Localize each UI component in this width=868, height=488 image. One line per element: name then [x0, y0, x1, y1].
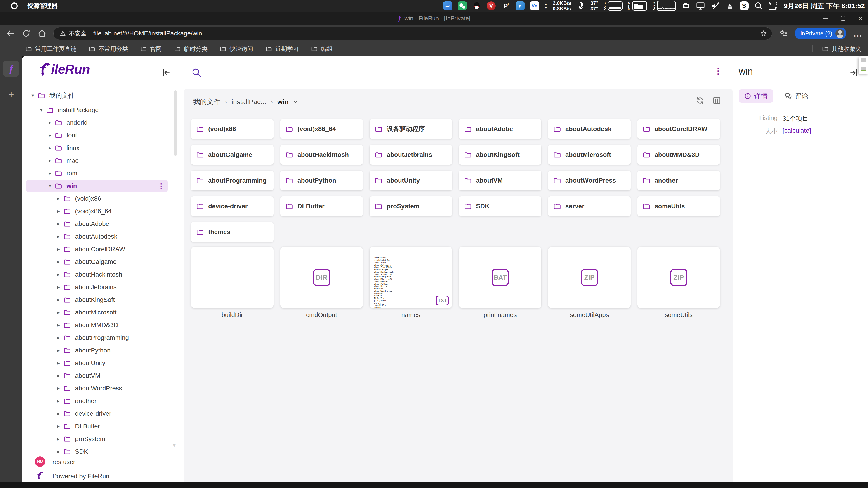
close-button[interactable]: ×	[858, 14, 863, 22]
user-avatar[interactable]: RU	[35, 456, 45, 467]
active-tab-filerun[interactable]: ƒ	[3, 61, 19, 77]
inprivate-badge[interactable]: InPrivate (2)	[795, 28, 846, 39]
screenshot-s-icon[interactable]: S	[740, 1, 749, 10]
folder-chip-server[interactable]: server	[548, 196, 631, 216]
tree-item-DLBuffer[interactable]: ▸DLBuffer	[26, 420, 168, 433]
folder-chip-aboutAdobe[interactable]: aboutAdobe	[459, 119, 541, 139]
search-tray-icon[interactable]	[754, 1, 763, 10]
other-favorites[interactable]: 其他收藏夹	[812, 45, 861, 53]
expander-closed-icon[interactable]: ▸	[56, 335, 61, 341]
folder-chip-aboutPython[interactable]: aboutPython	[280, 170, 363, 191]
tree-item-aboutProgramming[interactable]: ▸aboutProgramming	[26, 331, 168, 344]
new-tab-button[interactable]: +	[5, 89, 17, 100]
vnote-icon[interactable]: Vn	[530, 1, 539, 10]
tree-item-win[interactable]: ▾win⋮	[26, 180, 168, 192]
bookmark-item[interactable]: 快速访问	[220, 45, 253, 53]
expander-closed-icon[interactable]: ▸	[47, 145, 53, 151]
tab-details[interactable]: 详情	[739, 90, 773, 103]
collapse-details-icon[interactable]	[849, 68, 859, 78]
folder-chip-aboutKingSoft[interactable]: aboutKingSoft	[459, 145, 541, 165]
more-options-icon[interactable]: ⋮	[714, 66, 722, 76]
expander-closed-icon[interactable]: ▸	[56, 221, 61, 227]
tree-item-rom[interactable]: ▸rom	[26, 167, 168, 180]
tree-item-aboutCorelDRAW[interactable]: ▸aboutCorelDRAW	[26, 243, 168, 256]
tree-item-aboutKingSoft[interactable]: ▸aboutKingSoft	[26, 293, 168, 306]
file-card-buildDir[interactable]	[191, 247, 274, 308]
folder-chip-proSystem[interactable]: proSystem	[370, 196, 452, 216]
tree-item-我的文件[interactable]: ▾我的文件	[26, 89, 168, 102]
back-icon[interactable]	[6, 29, 15, 38]
expander-closed-icon[interactable]: ▸	[56, 423, 61, 429]
video-v-icon[interactable]: V	[487, 1, 496, 10]
file-card-names[interactable]: (void)x86(void)x86_64aboutAdobeaboutAuto…	[370, 247, 452, 308]
volume-muted-icon[interactable]	[711, 1, 720, 11]
tree-item-aboutGalgame[interactable]: ▸aboutGalgame	[26, 256, 168, 268]
folder-chip-aboutHackintosh[interactable]: aboutHackintosh	[280, 145, 363, 165]
folder-chip-aboutAutodesk[interactable]: aboutAutodesk	[548, 119, 631, 139]
bookmark-star-icon[interactable]	[760, 30, 767, 37]
expander-open-icon[interactable]: ▾	[30, 93, 36, 98]
tree-item-aboutPython[interactable]: ▸aboutPython	[26, 344, 168, 357]
expander-closed-icon[interactable]: ▸	[56, 398, 61, 404]
tree-item-installPackage[interactable]: ▾installPackage	[26, 104, 168, 116]
favorites-list-icon[interactable]	[779, 29, 788, 38]
activities-icon[interactable]	[11, 2, 18, 9]
tree-item-font[interactable]: ▸font	[26, 129, 168, 142]
folder-chip-device-driver[interactable]: device-driver	[191, 196, 274, 216]
tree-item-proSystem[interactable]: ▸proSystem	[26, 433, 168, 445]
tree-item-device-driver[interactable]: ▸device-driver	[26, 408, 168, 420]
cloud-drive-icon[interactable]	[443, 1, 452, 10]
file-card-cmdOutput[interactable]: DIR	[280, 247, 363, 308]
tree-item-aboutWordPress[interactable]: ▸aboutWordPress	[26, 382, 168, 395]
expander-closed-icon[interactable]: ▸	[56, 449, 61, 455]
expander-closed-icon[interactable]: ▸	[47, 158, 53, 164]
tree-item-SDK[interactable]: ▸SDK	[26, 445, 168, 455]
tree-scroll-down-icon[interactable]: ▼	[172, 442, 177, 448]
file-card-someUtilApps[interactable]: ZIP	[548, 247, 631, 308]
display-icon[interactable]	[696, 1, 705, 11]
breadcrumb-current[interactable]: win	[277, 98, 289, 106]
search-icon[interactable]	[191, 67, 202, 78]
expander-closed-icon[interactable]: ▸	[56, 411, 61, 417]
folder-chip-aboutMicrosoft[interactable]: aboutMicrosoft	[548, 145, 631, 165]
folder-chip-aboutWordPress[interactable]: aboutWordPress	[548, 170, 631, 191]
tree-item-aboutHackintosh[interactable]: ▸aboutHackintosh	[26, 268, 168, 281]
refresh-icon[interactable]	[695, 96, 705, 105]
expander-closed-icon[interactable]: ▸	[56, 208, 61, 214]
profile-avatar[interactable]	[835, 29, 844, 38]
bookmark-item[interactable]: 编组	[311, 45, 333, 53]
tab-comments[interactable]: 评论	[780, 90, 812, 103]
minimize-button[interactable]	[823, 18, 828, 19]
folder-chip-someUtils[interactable]: someUtils	[638, 196, 720, 216]
browser-menu-icon[interactable]: …	[853, 31, 862, 36]
expander-closed-icon[interactable]: ▸	[56, 310, 61, 315]
file-card-print names[interactable]: BAT	[459, 247, 541, 308]
view-options-icon[interactable]	[712, 96, 721, 105]
breadcrumb-item[interactable]: installPac...	[231, 98, 266, 106]
tree-item-aboutMicrosoft[interactable]: ▸aboutMicrosoft	[26, 306, 168, 319]
folder-chip-aboutUnity[interactable]: aboutUnity	[370, 170, 452, 191]
expander-closed-icon[interactable]: ▸	[56, 246, 61, 252]
bookmark-item[interactable]: 近期学习	[266, 45, 299, 53]
tree-item-aboutMMD&3D[interactable]: ▸aboutMMD&3D	[26, 319, 168, 331]
system-clock[interactable]: 9月26日 周五 下午 8:01:52	[784, 1, 865, 11]
folder-chip-aboutVM[interactable]: aboutVM	[459, 170, 541, 191]
powered-by-text[interactable]: Powered by FileRun	[53, 473, 110, 480]
expander-closed-icon[interactable]: ▸	[56, 284, 61, 290]
breadcrumb-item[interactable]: 我的文件	[193, 97, 220, 106]
expander-closed-icon[interactable]: ▸	[56, 297, 61, 303]
tree-item-aboutAdobe[interactable]: ▸aboutAdobe	[26, 218, 168, 230]
folder-chip-aboutJetbrains[interactable]: aboutJetbrains	[370, 145, 452, 165]
edge-sidebar-minimap[interactable]	[859, 57, 868, 74]
size-calculate-link[interactable]: [calculate]	[782, 127, 811, 134]
tree-item-aboutUnity[interactable]: ▸aboutUnity	[26, 357, 168, 369]
expander-closed-icon[interactable]: ▸	[56, 360, 61, 366]
expander-closed-icon[interactable]: ▸	[56, 348, 61, 353]
expander-closed-icon[interactable]: ▸	[47, 170, 53, 176]
folder-chip-aboutCorelDRAW[interactable]: aboutCorelDRAW	[638, 119, 720, 139]
qq-icon[interactable]	[472, 1, 481, 10]
tree-item-aboutVM[interactable]: ▸aboutVM	[26, 369, 168, 382]
pin-tool-icon[interactable]: P┐	[501, 1, 510, 10]
folder-chip-aboutProgramming[interactable]: aboutProgramming	[191, 170, 274, 191]
wechat-icon[interactable]	[458, 1, 467, 10]
